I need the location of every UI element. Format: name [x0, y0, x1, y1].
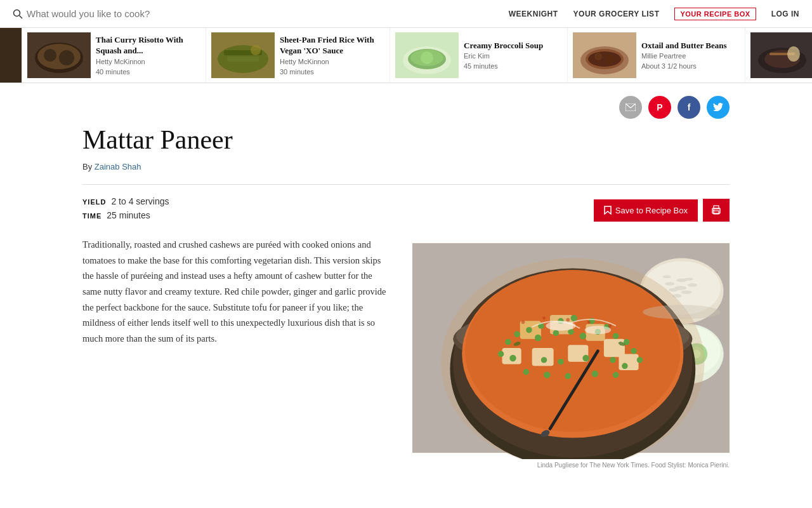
svg-point-36 [665, 282, 674, 286]
recipe-meta: YIELD 2 to 4 servings TIME 25 minutes [82, 196, 169, 224]
svg-point-97 [523, 369, 529, 375]
email-icon [625, 104, 636, 111]
svg-point-101 [613, 372, 619, 378]
carousel-info: Sheet-Pan Fried Rice With Vegan 'XO' Sau… [275, 35, 384, 76]
top-nav: WEEKNIGHT YOUR GROCERY LIST YOUR RECIPE … [509, 8, 799, 20]
svg-point-80 [505, 339, 511, 345]
svg-point-106 [566, 318, 570, 322]
search-area [13, 8, 509, 19]
svg-point-22 [605, 54, 615, 64]
recipe-carousel: Thai Curry Risotto With Squash and... He… [0, 28, 812, 83]
svg-point-99 [565, 373, 571, 379]
svg-point-83 [553, 330, 559, 336]
svg-rect-69 [619, 354, 638, 370]
recipe-author-link[interactable]: Zainab Shah [95, 162, 141, 171]
carousel-time: About 3 1/2 hours [641, 62, 735, 70]
recipe-byline: By Zainab Shah [82, 162, 730, 171]
recipe-title: Mattar Paneer [82, 125, 730, 154]
share-facebook-button[interactable]: f [678, 96, 700, 119]
carousel-item[interactable]: Kharra Masala Fish Zainab Shah 25 minute… [745, 28, 812, 83]
svg-point-43 [684, 277, 693, 281]
svg-rect-10 [227, 57, 259, 62]
svg-point-102 [546, 321, 575, 331]
svg-point-111 [643, 305, 721, 319]
carousel-time: 40 minutes [96, 68, 195, 76]
social-share-bar: P f [82, 96, 730, 119]
time-value: 25 minutes [107, 210, 150, 220]
svg-point-100 [592, 371, 598, 377]
carousel-author: Hetty McKinnon [96, 58, 195, 65]
svg-rect-65 [532, 348, 554, 366]
pinterest-icon: P [657, 102, 662, 112]
byline-prefix: By [82, 162, 92, 171]
svg-point-81 [514, 331, 520, 337]
meta-save-row: YIELD 2 to 4 servings TIME 25 minutes Sa… [82, 196, 730, 224]
print-button[interactable] [703, 199, 730, 222]
carousel-time: 45 minutes [464, 62, 557, 70]
svg-point-104 [521, 321, 525, 324]
nav-weeknight[interactable]: WEEKNIGHT [509, 10, 558, 18]
svg-point-27 [787, 46, 800, 62]
svg-point-85 [580, 333, 586, 339]
share-pinterest-button[interactable]: P [648, 96, 671, 119]
svg-point-5 [44, 49, 56, 62]
yield-label: YIELD [82, 198, 106, 206]
share-twitter-button[interactable] [707, 96, 730, 119]
nav-recipe-box[interactable]: YOUR RECIPE BOX [674, 8, 756, 20]
section-divider [82, 184, 730, 185]
search-input[interactable] [27, 8, 192, 19]
share-email-button[interactable] [619, 96, 642, 119]
facebook-icon: f [688, 102, 691, 112]
time-label: TIME [82, 212, 102, 220]
search-icon [13, 9, 23, 19]
svg-point-21 [594, 53, 602, 60]
carousel-author: Hetty McKinnon [280, 58, 379, 65]
carousel-title: Thai Curry Risotto With Squash and... [96, 35, 195, 57]
svg-point-76 [571, 315, 577, 321]
svg-point-90 [509, 355, 516, 361]
carousel-item-partial[interactable] [0, 28, 22, 83]
save-area: Save to Recipe Box [594, 199, 730, 222]
svg-point-44 [674, 286, 686, 291]
yield-row: YIELD 2 to 4 servings [82, 196, 169, 206]
twitter-icon [713, 103, 723, 112]
carousel-title: Sheet-Pan Fried Rice With Vegan 'XO' Sau… [280, 35, 379, 57]
nav-login[interactable]: Log In [771, 10, 799, 18]
carousel-title: Creamy Broccoli Soup [464, 41, 557, 51]
svg-point-73 [526, 327, 532, 333]
carousel-author: Eric Kim [464, 52, 557, 60]
carousel-title: Oxtail and Butter Beans [641, 41, 735, 51]
carousel-author: Millie Peartree [641, 52, 735, 60]
svg-point-95 [622, 363, 627, 369]
carousel-info: Oxtail and Butter Beans Millie Peartree … [636, 41, 740, 70]
svg-point-0 [14, 10, 20, 16]
main-content: P f Mattar Paneer By Zainab Shah YIELD 2… [70, 83, 742, 469]
svg-point-96 [637, 357, 643, 363]
svg-point-105 [542, 317, 546, 320]
carousel-item[interactable]: Thai Curry Risotto With Squash and... He… [22, 28, 206, 83]
svg-point-92 [558, 359, 563, 364]
carousel-item[interactable]: Creamy Broccoli Soup Eric Kim 45 minutes [390, 28, 568, 83]
carousel-info: Creamy Broccoli Soup Eric Kim 45 minutes [459, 41, 562, 70]
yield-value: 2 to 4 servings [111, 196, 169, 206]
svg-line-1 [20, 15, 23, 18]
save-button-label: Save to Recipe Box [615, 206, 688, 215]
svg-point-89 [498, 351, 504, 357]
svg-point-11 [251, 45, 261, 55]
nav-grocery[interactable]: YOUR GROCERY LIST [573, 10, 660, 18]
carousel-item[interactable]: Oxtail and Butter Beans Millie Peartree … [568, 28, 745, 83]
svg-point-94 [610, 357, 615, 363]
print-icon [710, 205, 722, 215]
svg-point-93 [582, 355, 589, 361]
save-to-recipe-box-button[interactable]: Save to Recipe Box [594, 199, 698, 222]
svg-point-32 [713, 210, 714, 211]
svg-point-108 [608, 324, 612, 328]
carousel-item[interactable]: Sheet-Pan Fried Rice With Vegan 'XO' Sau… [206, 28, 390, 83]
svg-point-107 [587, 321, 591, 324]
svg-point-42 [662, 276, 671, 279]
svg-point-88 [631, 348, 636, 354]
site-header: WEEKNIGHT YOUR GROCERY LIST YOUR RECIPE … [0, 0, 812, 28]
svg-point-16 [421, 51, 433, 64]
photo-credit: Linda Pugliese for The New York Times. F… [412, 462, 730, 469]
content-row: Traditionally, roasted and crushed cashe… [82, 237, 730, 469]
